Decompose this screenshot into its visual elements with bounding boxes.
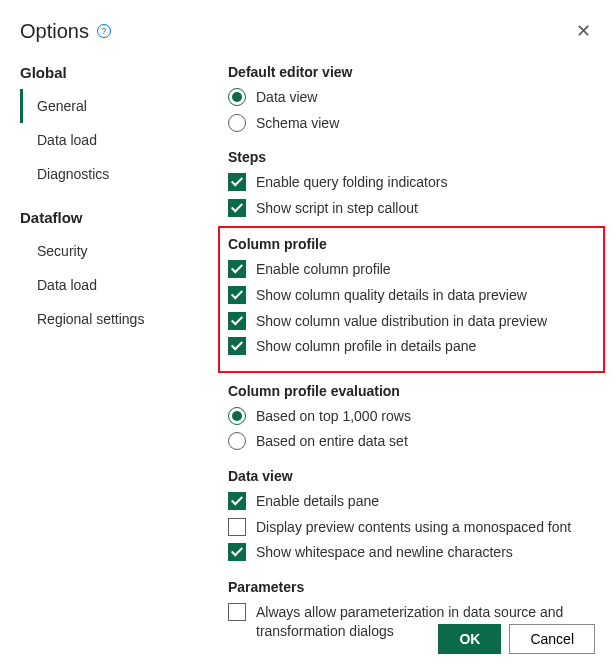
label-data-view: Data view <box>256 88 317 108</box>
close-icon[interactable]: ✕ <box>572 16 595 46</box>
sidebar-group-dataflow: Dataflow <box>20 209 200 226</box>
sidebar-item-general[interactable]: General <box>20 89 200 123</box>
ok-button[interactable]: OK <box>438 624 501 654</box>
checkbox-whitespace[interactable] <box>228 543 246 561</box>
label-whitespace: Show whitespace and newline characters <box>256 543 513 563</box>
checkbox-parameterization[interactable] <box>228 603 246 621</box>
label-top-1000: Based on top 1,000 rows <box>256 407 411 427</box>
section-data-view: Data view <box>228 468 595 484</box>
label-column-distribution: Show column value distribution in data p… <box>256 312 547 332</box>
sidebar-group-global: Global <box>20 64 200 81</box>
radio-top-1000[interactable] <box>228 407 246 425</box>
radio-schema-view[interactable] <box>228 114 246 132</box>
section-steps: Steps <box>228 149 595 165</box>
highlighted-section: Column profile Enable column profile Sho… <box>218 226 605 372</box>
label-entire-dataset: Based on entire data set <box>256 432 408 452</box>
radio-data-view[interactable] <box>228 88 246 106</box>
checkbox-column-details-pane[interactable] <box>228 337 246 355</box>
cancel-button[interactable]: Cancel <box>509 624 595 654</box>
checkbox-column-distribution[interactable] <box>228 312 246 330</box>
section-default-editor-view: Default editor view <box>228 64 595 80</box>
label-enable-column-profile: Enable column profile <box>256 260 391 280</box>
content-pane: Default editor view Data view Schema vie… <box>200 64 595 658</box>
label-schema-view: Schema view <box>256 114 339 134</box>
section-column-profile: Column profile <box>228 236 595 252</box>
label-show-script: Show script in step callout <box>256 199 418 219</box>
checkbox-show-script[interactable] <box>228 199 246 217</box>
checkbox-enable-details-pane[interactable] <box>228 492 246 510</box>
radio-entire-dataset[interactable] <box>228 432 246 450</box>
label-column-quality: Show column quality details in data prev… <box>256 286 527 306</box>
help-icon[interactable]: ? <box>97 24 111 38</box>
label-column-details-pane: Show column profile in details pane <box>256 337 476 357</box>
sidebar-item-security[interactable]: Security <box>20 234 200 268</box>
dialog-title: Options <box>20 20 89 43</box>
section-column-profile-eval: Column profile evaluation <box>228 383 595 399</box>
label-query-folding: Enable query folding indicators <box>256 173 447 193</box>
checkbox-enable-column-profile[interactable] <box>228 260 246 278</box>
sidebar-item-data-load-2[interactable]: Data load <box>20 268 200 302</box>
label-enable-details-pane: Enable details pane <box>256 492 379 512</box>
checkbox-query-folding[interactable] <box>228 173 246 191</box>
sidebar-item-data-load[interactable]: Data load <box>20 123 200 157</box>
sidebar-item-regional-settings[interactable]: Regional settings <box>20 302 200 336</box>
section-parameters: Parameters <box>228 579 595 595</box>
sidebar-item-diagnostics[interactable]: Diagnostics <box>20 157 200 191</box>
checkbox-column-quality[interactable] <box>228 286 246 304</box>
checkbox-monospaced[interactable] <box>228 518 246 536</box>
sidebar: Global General Data load Diagnostics Dat… <box>20 64 200 658</box>
label-monospaced: Display preview contents using a monospa… <box>256 518 571 538</box>
